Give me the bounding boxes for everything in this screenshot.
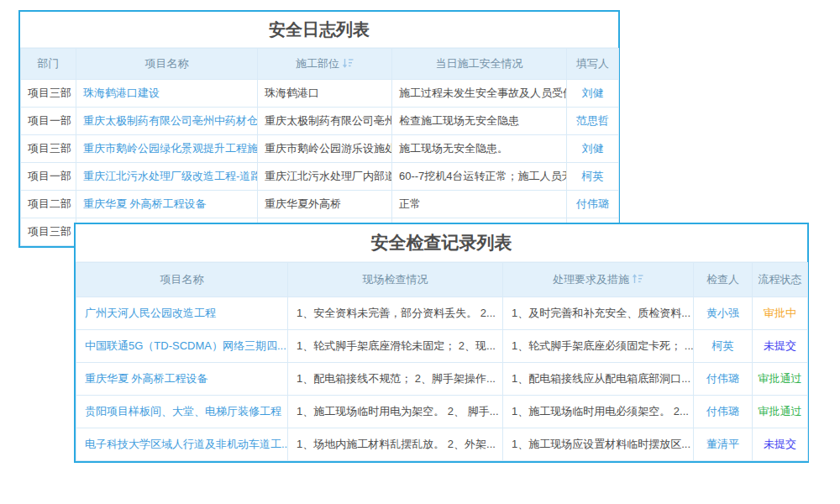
insp-col-status: 流程状态 bbox=[753, 263, 808, 297]
inspector-link[interactable]: 黄小强 bbox=[694, 297, 753, 330]
table-row: 项目二部 重庆华夏 外高桥工程设备 重庆华夏外高桥 正常 付伟璐 bbox=[21, 191, 619, 218]
project-link[interactable]: 电子科技大学区域人行道及非机动车道工... bbox=[76, 428, 288, 461]
situation-cell: 60--7挖机4台运转正常；施工人员无违... bbox=[392, 163, 567, 191]
dept-cell: 项目三部 bbox=[21, 80, 76, 108]
sort-icon[interactable] bbox=[343, 58, 354, 68]
table-row: 电子科技大学区域人行道及非机动车道工... 1、场地内施工材料乱摆乱放。 2、外… bbox=[76, 428, 808, 461]
table-row: 重庆华夏 外高桥工程设备 1、配电箱接线不规范； 2、脚手架操作... 1、配电… bbox=[76, 363, 808, 396]
project-link[interactable]: 中国联通5G（TD-SCDMA）网络三期四... bbox=[76, 330, 288, 363]
location-cell: 重庆华夏外高桥 bbox=[258, 191, 392, 218]
insp-col-inspection: 现场检查情况 bbox=[288, 263, 503, 297]
inspection-header-row: 项目名称 现场检查情况 处理要求及措施 检查人 流程状态 bbox=[76, 263, 808, 297]
log-col-location[interactable]: 施工部位 bbox=[258, 49, 392, 80]
inspector-link[interactable]: 柯英 bbox=[694, 330, 753, 363]
measures-cell: 1、配电箱接线应从配电箱底部洞口... bbox=[503, 363, 694, 396]
project-link[interactable]: 重庆太极制药有限公司亳州中药材仓... bbox=[76, 108, 258, 135]
inspection-cell: 1、场地内施工材料乱摆乱放。 2、外架... bbox=[288, 428, 503, 461]
project-link[interactable]: 重庆华夏 外高桥工程设备 bbox=[76, 191, 258, 218]
situation-cell: 检查施工现场无安全隐患 bbox=[392, 108, 567, 135]
author-link[interactable]: 范思哲 bbox=[567, 108, 619, 135]
measures-cell: 1、及时完善和补充安全、质检资料... bbox=[503, 297, 694, 330]
author-link[interactable]: 刘健 bbox=[567, 80, 619, 108]
author-link[interactable]: 付伟璐 bbox=[567, 191, 619, 218]
status-badge[interactable]: 未提交 bbox=[753, 330, 808, 363]
project-link[interactable]: 广州天河人民公园改造工程 bbox=[76, 297, 288, 330]
safety-log-table: 部门 项目名称 施工部位 当日施工安全情况 填写人 项目三部 珠海鹤港口建设 珠… bbox=[20, 48, 619, 246]
inspection-cell: 1、配电箱接线不规范； 2、脚手架操作... bbox=[288, 363, 503, 396]
inspection-cell: 1、安全资料未完善，部分资料丢失。 2... bbox=[288, 297, 503, 330]
location-cell: 重庆市鹅岭公园游乐设施处 bbox=[258, 135, 392, 163]
inspection-cell: 1、施工现场临时用电为架空。 2、 脚手... bbox=[288, 396, 503, 428]
insp-col-measures[interactable]: 处理要求及措施 bbox=[503, 263, 694, 297]
inspection-record-table: 项目名称 现场检查情况 处理要求及措施 检查人 流程状态 广州天河人民公园改造工… bbox=[76, 262, 808, 461]
insp-col-inspector: 检查人 bbox=[694, 263, 753, 297]
status-badge[interactable]: 审批中 bbox=[753, 297, 808, 330]
situation-cell: 施工现场无安全隐患。 bbox=[392, 135, 567, 163]
log-col-situation: 当日施工安全情况 bbox=[392, 49, 567, 80]
measures-cell: 1、施工现场应设置材料临时摆放区... bbox=[503, 428, 694, 461]
measures-cell: 1、施工现场临时用电必须架空。 2... bbox=[503, 396, 694, 428]
table-row: 项目一部 重庆江北污水处理厂级改造工程-道路... 重庆江北污水处理厂内部道路 … bbox=[21, 163, 619, 191]
inspection-record-panel: 安全检查记录列表 项目名称 现场检查情况 处理要求及措施 检查人 流程状态 广州… bbox=[74, 223, 809, 463]
safety-log-panel: 安全日志列表 部门 项目名称 施工部位 当日施工安全情况 填写人 项目三部 珠海… bbox=[18, 10, 620, 248]
situation-cell: 施工过程未发生安全事故及人员受伤情况 bbox=[392, 80, 567, 108]
project-link[interactable]: 重庆华夏 外高桥工程设备 bbox=[76, 363, 288, 396]
project-link[interactable]: 重庆江北污水处理厂级改造工程-道路... bbox=[76, 163, 258, 191]
inspector-link[interactable]: 付伟璐 bbox=[694, 396, 753, 428]
author-link[interactable]: 柯英 bbox=[567, 163, 619, 191]
location-cell: 珠海鹤港口 bbox=[258, 80, 392, 108]
project-link[interactable]: 珠海鹤港口建设 bbox=[76, 80, 258, 108]
inspection-cell: 1、轮式脚手架底座滑轮未固定； 2、现... bbox=[288, 330, 503, 363]
table-row: 项目一部 重庆太极制药有限公司亳州中药材仓... 重庆太极制药有限公司亳州...… bbox=[21, 108, 619, 135]
inspection-record-title: 安全检查记录列表 bbox=[76, 224, 807, 262]
dept-cell: 项目三部 bbox=[21, 135, 76, 163]
inspector-link[interactable]: 付伟璐 bbox=[694, 363, 753, 396]
table-row: 中国联通5G（TD-SCDMA）网络三期四... 1、轮式脚手架底座滑轮未固定；… bbox=[76, 330, 808, 363]
dept-cell: 项目一部 bbox=[21, 108, 76, 135]
status-badge[interactable]: 审批通过 bbox=[753, 363, 808, 396]
status-badge[interactable]: 审批通过 bbox=[753, 396, 808, 428]
log-col-author: 填写人 bbox=[567, 49, 619, 80]
table-row: 广州天河人民公园改造工程 1、安全资料未完善，部分资料丢失。 2... 1、及时… bbox=[76, 297, 808, 330]
project-link[interactable]: 贵阳项目样板间、大堂、电梯厅装修工程 bbox=[76, 396, 288, 428]
location-cell: 重庆江北污水处理厂内部道路 bbox=[258, 163, 392, 191]
dept-cell: 项目三部 bbox=[21, 218, 76, 246]
measures-cell: 1、轮式脚手架底座必须固定卡死； ... bbox=[503, 330, 694, 363]
insp-col-project: 项目名称 bbox=[76, 263, 288, 297]
table-row: 项目三部 重庆市鹅岭公园绿化景观提升工程施工 重庆市鹅岭公园游乐设施处 施工现场… bbox=[21, 135, 619, 163]
safety-log-title: 安全日志列表 bbox=[20, 12, 618, 48]
log-col-dept: 部门 bbox=[21, 49, 76, 80]
dept-cell: 项目二部 bbox=[21, 191, 76, 218]
sort-icon[interactable] bbox=[633, 274, 643, 284]
table-row: 项目三部 珠海鹤港口建设 珠海鹤港口 施工过程未发生安全事故及人员受伤情况 刘健 bbox=[21, 80, 619, 108]
location-cell: 重庆太极制药有限公司亳州... bbox=[258, 108, 392, 135]
author-link[interactable]: 刘健 bbox=[567, 135, 619, 163]
insp-col-measures-label: 处理要求及措施 bbox=[553, 273, 629, 286]
situation-cell: 正常 bbox=[392, 191, 567, 218]
inspector-link[interactable]: 董清平 bbox=[694, 428, 753, 461]
status-badge[interactable]: 未提交 bbox=[753, 428, 808, 461]
log-col-location-label: 施工部位 bbox=[296, 57, 339, 70]
log-col-project: 项目名称 bbox=[76, 49, 258, 80]
table-row: 贵阳项目样板间、大堂、电梯厅装修工程 1、施工现场临时用电为架空。 2、 脚手.… bbox=[76, 396, 808, 428]
safety-log-header-row: 部门 项目名称 施工部位 当日施工安全情况 填写人 bbox=[21, 49, 619, 80]
dept-cell: 项目一部 bbox=[21, 163, 76, 191]
project-link[interactable]: 重庆市鹅岭公园绿化景观提升工程施工 bbox=[76, 135, 258, 163]
